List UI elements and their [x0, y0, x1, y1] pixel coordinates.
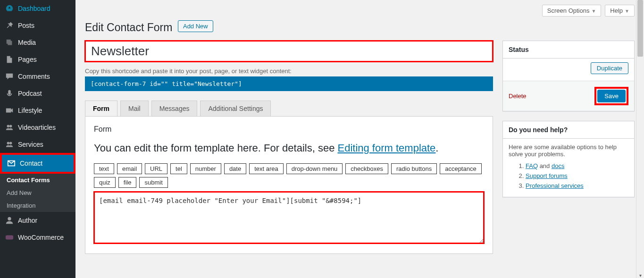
tag-dropdown[interactable]: drop-down menu [286, 163, 343, 174]
submenu-contact-forms[interactable]: Contact Forms [0, 174, 75, 186]
duplicate-button[interactable]: Duplicate [591, 62, 628, 74]
sidebar-item-lifestyle[interactable]: Lifestyle [0, 102, 75, 119]
tab-additional[interactable]: Additional Settings [200, 101, 271, 116]
mail-icon [7, 159, 16, 168]
status-title: Status [503, 41, 634, 59]
sidebar-item-podcast[interactable]: Podcast [0, 85, 75, 102]
panel-description: You can edit the form template here. For… [94, 140, 484, 156]
sidebar-item-media[interactable]: Media [0, 34, 75, 51]
sidebar-item-contact[interactable]: Contact [0, 153, 75, 174]
help-button[interactable]: Help▼ [605, 5, 635, 17]
page-title: Edit Contact Form [85, 21, 172, 34]
pin-icon [5, 21, 14, 30]
gauge-icon [5, 4, 14, 13]
panel-heading: Form [94, 125, 484, 134]
help-item-forums: Support forums [526, 172, 628, 179]
form-template-textarea[interactable] [94, 192, 484, 244]
shortcode-display[interactable]: [contact-form-7 id="" title="Newsletter"… [85, 76, 493, 91]
sidebar-label: Dashboard [18, 5, 50, 12]
form-title-input[interactable] [85, 41, 493, 62]
chevron-down-icon: ▼ [591, 8, 596, 14]
svg-point-0 [7, 125, 9, 127]
tag-text[interactable]: text [94, 163, 114, 174]
help-title: Do you need help? [503, 121, 634, 139]
screen-options-button[interactable]: Screen Options▼ [542, 5, 602, 17]
status-metabox: Status Duplicate Delete Save [502, 41, 635, 111]
sidebar-item-videoarticles[interactable]: Videoarticles [0, 119, 75, 136]
sidebar-item-services[interactable]: Services [0, 136, 75, 153]
help-item-faq: FAQ and docs [526, 162, 628, 169]
shortcode-hint: Copy this shortcode and paste it into yo… [85, 67, 493, 75]
sidebar-submenu: Contact Forms Add New Integration [0, 174, 75, 212]
help-item-services: Professional services [526, 182, 628, 189]
vertical-scrollbar[interactable]: ▴ ▾ [636, 0, 644, 278]
main-content: Screen Options▼ Help▼ Edit Contact Form … [75, 0, 644, 278]
sidebar-label: Podcast [18, 90, 42, 97]
sidebar-label: Comments [18, 73, 50, 80]
sidebar-item-comments[interactable]: Comments [0, 68, 75, 85]
woo-icon [5, 233, 14, 242]
svg-point-1 [9, 125, 12, 127]
tag-acceptance[interactable]: acceptance [440, 163, 482, 174]
faq-link[interactable]: FAQ [526, 162, 538, 169]
admin-sidebar: Dashboard Posts Media Pages Comments Pod… [0, 0, 75, 278]
top-bar: Screen Options▼ Help▼ [85, 5, 635, 17]
sidebar-item-woocommerce[interactable]: WooCommerce [0, 229, 75, 246]
tag-tel[interactable]: tel [170, 163, 187, 174]
sidebar-item-author[interactable]: Author [0, 212, 75, 229]
form-panel: Form You can edit the form template here… [85, 116, 493, 254]
svg-point-3 [9, 142, 12, 144]
sidebar-label: Posts [18, 22, 34, 29]
add-new-button[interactable]: Add New [178, 20, 213, 32]
sidebar-item-posts[interactable]: Posts [0, 17, 75, 34]
docs-link[interactable]: docs [552, 162, 564, 169]
submenu-add-new[interactable]: Add New [0, 186, 75, 199]
sidebar-item-dashboard[interactable]: Dashboard [0, 0, 75, 17]
tag-date[interactable]: date [224, 163, 246, 174]
comment-icon [5, 72, 14, 81]
tag-radio[interactable]: radio buttons [391, 163, 437, 174]
professional-services-link[interactable]: Professional services [526, 182, 584, 189]
sidebar-label: Services [18, 141, 43, 148]
video-icon [5, 106, 14, 115]
users-icon [5, 140, 14, 149]
scroll-down-icon: ▾ [636, 273, 644, 278]
sidebar-label: Videoarticles [18, 124, 56, 131]
users-icon [5, 123, 14, 132]
tag-email[interactable]: email [117, 163, 142, 174]
svg-point-4 [8, 217, 11, 220]
editing-template-link[interactable]: Editing form template [337, 142, 435, 154]
delete-link[interactable]: Delete [509, 93, 527, 100]
mic-icon [5, 89, 14, 98]
svg-point-2 [7, 142, 9, 144]
tab-bar: Form Mail Messages Additional Settings [85, 101, 493, 116]
chevron-down-icon: ▼ [625, 8, 629, 14]
sidebar-label: WooCommerce [18, 234, 64, 241]
page-icon [5, 55, 14, 64]
tag-checkboxes[interactable]: checkboxes [345, 163, 388, 174]
sidebar-item-pages[interactable]: Pages [0, 51, 75, 68]
scrollbar-thumb[interactable] [637, 0, 643, 57]
submenu-integration[interactable]: Integration [0, 199, 75, 212]
tag-quiz[interactable]: quiz [94, 177, 116, 188]
tab-form[interactable]: Form [85, 101, 117, 116]
tag-submit[interactable]: submit [139, 177, 167, 188]
tab-mail[interactable]: Mail [120, 101, 149, 116]
save-button[interactable]: Save [597, 90, 626, 102]
tag-file[interactable]: file [118, 177, 137, 188]
sidebar-label: Pages [18, 56, 37, 63]
tag-textarea[interactable]: text area [249, 163, 284, 174]
help-metabox: Do you need help? Here are some availabl… [502, 121, 635, 197]
help-intro: Here are some available options to help … [509, 143, 628, 158]
sidebar-label: Author [18, 217, 37, 224]
tag-button-row: text email URL tel number date text area… [94, 163, 484, 188]
user-icon [5, 216, 14, 225]
tag-url[interactable]: URL [145, 163, 167, 174]
svg-rect-5 [6, 236, 13, 240]
sidebar-label: Contact [20, 160, 42, 167]
sidebar-label: Lifestyle [18, 107, 42, 114]
sidebar-label: Media [18, 39, 36, 46]
tab-messages[interactable]: Messages [151, 101, 198, 116]
tag-number[interactable]: number [190, 163, 221, 174]
support-forums-link[interactable]: Support forums [526, 172, 568, 179]
